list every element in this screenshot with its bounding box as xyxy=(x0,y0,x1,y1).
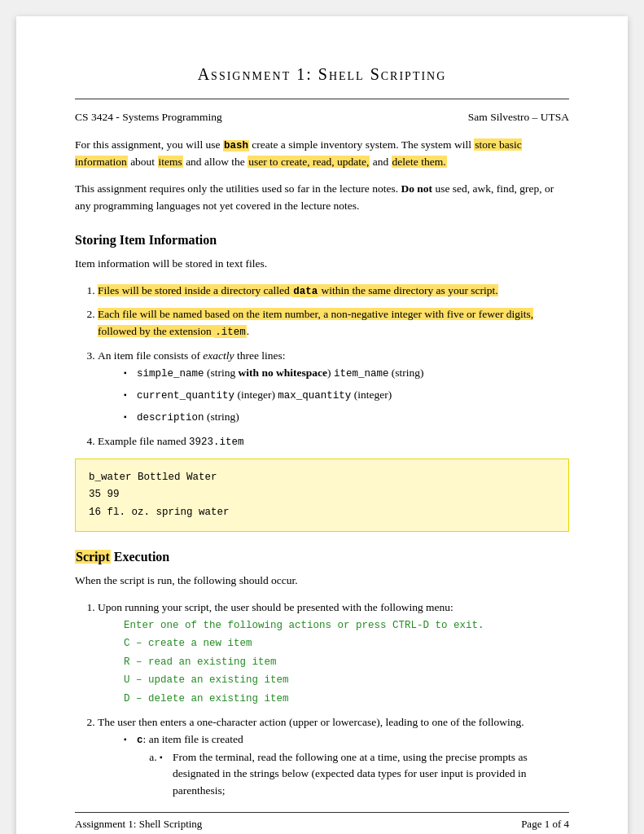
code-line-3: 16 fl. oz. spring water xyxy=(89,504,555,521)
list-item-4: Example file named 3923.item xyxy=(98,433,569,450)
exactly-word: exactly xyxy=(203,349,234,362)
subitem-3b: current_quantity (integer) max_quantity … xyxy=(124,387,569,404)
nested-c-list: From the terminal, read the following on… xyxy=(160,749,569,801)
footer: Assignment 1: Shell Scripting Page 1 of … xyxy=(75,812,569,831)
section2-item1: Upon running your script, the user shoul… xyxy=(98,599,569,708)
action-list: c: an item file is created From the term… xyxy=(124,731,569,800)
section2-item1-text: Upon running your script, the user shoul… xyxy=(98,601,453,613)
no-whitespace-bold: with no whitespace xyxy=(239,367,328,379)
intro-para2: This assignment requires only the utilit… xyxy=(75,181,569,215)
meta-row: CS 3424 - Systems Programming Sam Silves… xyxy=(75,111,569,124)
description-code: description xyxy=(137,412,204,424)
section1-intro: Item information will be stored in text … xyxy=(75,256,569,273)
current-qty-code: current_quantity xyxy=(137,390,234,402)
max-qty-code: max_quantity xyxy=(278,390,351,402)
do-not-label: Do not xyxy=(401,182,432,195)
course-label: CS 3424 - Systems Programming xyxy=(75,111,222,124)
list-item-3: An item file consists of exactly three l… xyxy=(98,348,569,427)
section2-heading: Script Execution xyxy=(75,550,569,564)
menu-line-3: U – update an existing item xyxy=(124,671,569,690)
code-line-1: b_water Bottled Water xyxy=(89,469,555,486)
footer-left: Assignment 1: Shell Scripting xyxy=(75,818,202,831)
simple-name-code: simple_name xyxy=(137,368,204,380)
item-name-code: item_name xyxy=(334,368,389,380)
item-ext: .item xyxy=(214,327,247,338)
script-highlight: Script xyxy=(75,550,111,564)
nested-c-a: From the terminal, read the following on… xyxy=(160,749,569,801)
user-actions-highlight: user to create, read, update, xyxy=(248,156,370,168)
example-filename: 3923.item xyxy=(189,437,244,448)
page-title: Assignment 1: Shell Scripting xyxy=(75,65,569,84)
section2-item2: The user then enters a one-character act… xyxy=(98,714,569,800)
bash-highlight: bash xyxy=(223,140,249,151)
delete-highlight: delete them. xyxy=(392,156,447,168)
menu-line-4: D – delete an existing item xyxy=(124,690,569,709)
item1-highlight: Files will be stored inside a directory … xyxy=(98,284,498,296)
code-line-2: 35 99 xyxy=(89,486,555,503)
list-item-1: Files will be stored inside a directory … xyxy=(98,283,569,300)
page: Assignment 1: Shell Scripting CS 3424 - … xyxy=(16,16,628,834)
c-letter: c xyxy=(137,735,143,746)
data-keyword: data xyxy=(292,286,318,297)
menu-line-1: C – create a new item xyxy=(124,634,569,653)
sublist-3: simple_name (string with no whitespace) … xyxy=(124,365,569,427)
author-label: Sam Silvestro – UTSA xyxy=(468,111,569,124)
action-c: c: an item file is created From the term… xyxy=(124,731,569,800)
subitem-3c: description (string) xyxy=(124,409,569,426)
item2-period: . xyxy=(247,325,249,337)
section2-list: Upon running your script, the user shoul… xyxy=(98,599,569,800)
section2-intro: When the script is run, the following sh… xyxy=(75,573,569,590)
divider xyxy=(75,99,569,99)
section1-list: Files will be stored inside a directory … xyxy=(98,283,569,450)
section2-item2-text: The user then enters a one-character act… xyxy=(98,716,524,728)
intro-para1: For this assignment, you will use bash c… xyxy=(75,137,569,171)
menu-line-0: Enter one of the following actions or pr… xyxy=(124,617,569,635)
footer-right: Page 1 of 4 xyxy=(521,818,569,831)
menu-block: Enter one of the following actions or pr… xyxy=(124,617,569,709)
menu-line-2: R – read an existing item xyxy=(124,653,569,672)
list-item-2: Each file will be named based on the ite… xyxy=(98,306,569,340)
items-highlight: items xyxy=(158,156,183,168)
item2-highlight: Each file will be named based on the ite… xyxy=(98,308,533,337)
code-block-example: b_water Bottled Water 35 99 16 fl. oz. s… xyxy=(75,459,569,532)
section1-heading: Storing Item Information xyxy=(75,233,569,248)
subitem-3a: simple_name (string with no whitespace) … xyxy=(124,365,569,382)
